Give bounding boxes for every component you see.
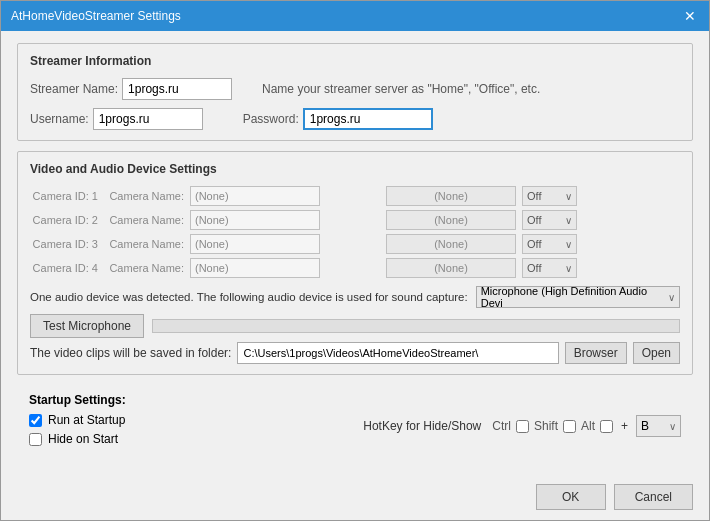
camera-id-4: Camera ID: 4: [30, 262, 98, 274]
bottom-buttons: OK Cancel: [1, 478, 709, 520]
username-input[interactable]: [93, 108, 203, 130]
password-label: Password:: [243, 112, 299, 126]
camera-grid: Camera ID: 1 Camera Name: (None) Off∨ Ca…: [30, 186, 680, 278]
streamer-info-title: Streamer Information: [30, 54, 680, 68]
shift-label: Shift: [534, 419, 558, 433]
ctrl-label: Ctrl: [492, 419, 511, 433]
shift-checkbox[interactable]: [563, 420, 576, 433]
camera-select-3[interactable]: (None): [386, 234, 516, 254]
camera-row-4: Camera ID: 4 Camera Name: (None) Off∨: [30, 258, 680, 278]
audio-device-value: Microphone (High Definition Audio Devi: [481, 285, 664, 309]
settings-window: AtHomeVideoStreamer Settings ✕ Streamer …: [0, 0, 710, 521]
password-group: Password:: [243, 108, 433, 130]
window-title: AtHomeVideoStreamer Settings: [11, 9, 181, 23]
camera-id-1: Camera ID: 1: [30, 190, 98, 202]
video-audio-section: Video and Audio Device Settings Camera I…: [17, 151, 693, 375]
run-at-startup-checkbox[interactable]: [29, 414, 42, 427]
chevron-icon-4: ∨: [565, 263, 572, 274]
startup-section: Startup Settings: Run at Startup Hide on…: [17, 385, 693, 459]
camera-off-2[interactable]: Off∨: [522, 210, 577, 230]
streamer-hint: Name your streamer server as "Home", "Of…: [262, 82, 540, 96]
plus-label: +: [621, 419, 628, 433]
hide-on-start-row: Hide on Start: [29, 432, 125, 446]
camera-select-4[interactable]: (None): [386, 258, 516, 278]
camera-row-3: Camera ID: 3 Camera Name: (None) Off∨: [30, 234, 680, 254]
streamer-name-input[interactable]: [122, 78, 232, 100]
ctrl-checkbox[interactable]: [516, 420, 529, 433]
camera-name-input-1[interactable]: [190, 186, 320, 206]
hotkey-key-value: B: [641, 419, 649, 433]
mic-row: Test Microphone: [30, 314, 680, 338]
cancel-button[interactable]: Cancel: [614, 484, 693, 510]
hotkey-chevron-icon: ∨: [669, 421, 676, 432]
camera-name-label-4: Camera Name:: [104, 262, 184, 274]
folder-row: The video clips will be saved in folder:…: [30, 342, 680, 364]
camera-select-1[interactable]: (None): [386, 186, 516, 206]
camera-name-label-2: Camera Name:: [104, 214, 184, 226]
camera-row-1: Camera ID: 1 Camera Name: (None) Off∨: [30, 186, 680, 206]
hide-on-start-label: Hide on Start: [48, 432, 118, 446]
password-input[interactable]: [303, 108, 433, 130]
username-label: Username:: [30, 112, 89, 126]
camera-name-input-4[interactable]: [190, 258, 320, 278]
hotkey-key-select[interactable]: B ∨: [636, 415, 681, 437]
folder-label: The video clips will be saved in folder:: [30, 346, 231, 360]
username-group: Username:: [30, 108, 203, 130]
streamer-info-section: Streamer Information Streamer Name: Name…: [17, 43, 693, 141]
main-content: Streamer Information Streamer Name: Name…: [1, 31, 709, 478]
chevron-icon-2: ∨: [565, 215, 572, 226]
audio-chevron-icon: ∨: [668, 292, 675, 303]
ok-button[interactable]: OK: [536, 484, 606, 510]
camera-row-2: Camera ID: 2 Camera Name: (None) Off∨: [30, 210, 680, 230]
audio-device-row: One audio device was detected. The follo…: [30, 286, 680, 308]
username-password-row: Username: Password:: [30, 108, 680, 130]
video-audio-title: Video and Audio Device Settings: [30, 162, 680, 176]
run-at-startup-row: Run at Startup: [29, 413, 125, 427]
camera-name-label-1: Camera Name:: [104, 190, 184, 202]
chevron-icon-1: ∨: [565, 191, 572, 202]
hotkey-row: HotKey for Hide/Show Ctrl Shift Alt + B …: [347, 415, 681, 437]
close-button[interactable]: ✕: [681, 7, 699, 25]
folder-path-input[interactable]: [237, 342, 558, 364]
run-at-startup-label: Run at Startup: [48, 413, 125, 427]
alt-checkbox[interactable]: [600, 420, 613, 433]
audio-detect-text: One audio device was detected. The follo…: [30, 291, 468, 303]
camera-off-4[interactable]: Off∨: [522, 258, 577, 278]
title-bar: AtHomeVideoStreamer Settings ✕: [1, 1, 709, 31]
chevron-icon-3: ∨: [565, 239, 572, 250]
open-button[interactable]: Open: [633, 342, 680, 364]
startup-checkboxes: Run at Startup Hide on Start: [29, 413, 125, 451]
browser-button[interactable]: Browser: [565, 342, 627, 364]
hotkey-label: HotKey for Hide/Show: [363, 419, 481, 433]
alt-label: Alt: [581, 419, 595, 433]
camera-name-input-3[interactable]: [190, 234, 320, 254]
hide-on-start-checkbox[interactable]: [29, 433, 42, 446]
camera-select-2[interactable]: (None): [386, 210, 516, 230]
mic-progress-bar: [152, 319, 680, 333]
test-microphone-button[interactable]: Test Microphone: [30, 314, 144, 338]
camera-off-1[interactable]: Off∨: [522, 186, 577, 206]
camera-name-label-3: Camera Name:: [104, 238, 184, 250]
camera-off-3[interactable]: Off∨: [522, 234, 577, 254]
camera-id-2: Camera ID: 2: [30, 214, 98, 226]
camera-id-3: Camera ID: 3: [30, 238, 98, 250]
streamer-name-group: Streamer Name:: [30, 78, 232, 100]
streamer-info-row: Streamer Name: Name your streamer server…: [30, 78, 680, 100]
camera-name-input-2[interactable]: [190, 210, 320, 230]
streamer-name-label: Streamer Name:: [30, 82, 118, 96]
startup-title: Startup Settings:: [29, 393, 681, 407]
audio-device-dropdown[interactable]: Microphone (High Definition Audio Devi ∨: [476, 286, 680, 308]
